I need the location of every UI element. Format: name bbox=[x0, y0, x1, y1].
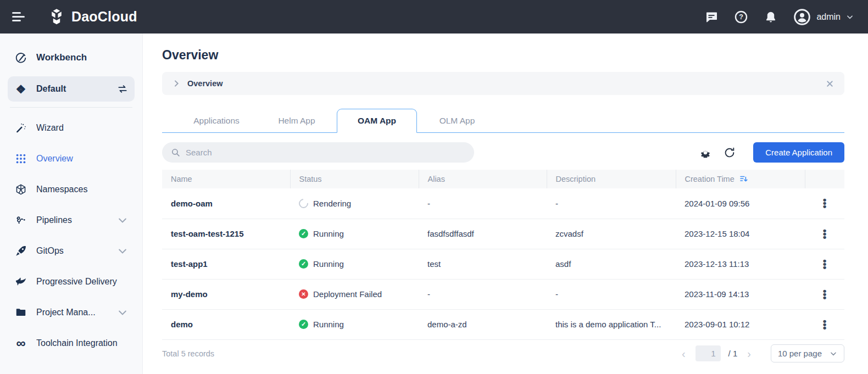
table-row: my-demoDeployment Failed--2023-11-09 14:… bbox=[162, 279, 844, 309]
status-error-icon bbox=[299, 289, 308, 299]
search-icon bbox=[171, 148, 180, 157]
chevron-down-icon[interactable] bbox=[117, 307, 128, 318]
applications-table: NameStatusAliasDescriptionCreation Time … bbox=[162, 170, 844, 340]
app-name-link[interactable]: demo-oam bbox=[162, 188, 290, 219]
status-badge: Deployment Failed bbox=[299, 289, 410, 299]
close-icon[interactable] bbox=[825, 79, 834, 88]
user-name: admin bbox=[816, 12, 841, 22]
status-label: Running bbox=[313, 229, 344, 238]
tab-helm-app[interactable]: Helm App bbox=[257, 109, 337, 133]
page-title: Overview bbox=[162, 48, 844, 63]
prev-page-icon[interactable]: ‹ bbox=[680, 348, 688, 359]
column-label: Creation Time bbox=[685, 175, 735, 183]
brand-logo[interactable]: DaoCloud bbox=[47, 8, 137, 26]
sidebar-item-label: Default bbox=[36, 84, 108, 94]
sidebar-item-overview[interactable]: Overview bbox=[8, 146, 135, 171]
tab-bar: ApplicationsHelm AppOAM AppOLM App bbox=[162, 108, 844, 133]
table-row: demoRunningdemo-a-zdthis is a demo appli… bbox=[162, 309, 844, 339]
daocloud-logo-icon bbox=[47, 8, 66, 26]
cube-icon bbox=[14, 183, 27, 196]
page-count: / 1 bbox=[728, 349, 738, 358]
app-name-link[interactable]: my-demo bbox=[162, 279, 290, 309]
tab-olm-app[interactable]: OLM App bbox=[417, 109, 497, 133]
table-row: test-app1Runningtestasdf2023-12-13 11:13… bbox=[162, 249, 844, 279]
chevron-down-icon[interactable] bbox=[117, 245, 128, 256]
sidebar-item-wizard[interactable]: Wizard bbox=[8, 115, 135, 141]
alias-cell: demo-a-zd bbox=[419, 309, 547, 339]
description-cell: - bbox=[547, 188, 676, 219]
infinity-icon: ∞ bbox=[14, 337, 27, 350]
rocket-icon bbox=[14, 244, 27, 258]
pipeline-icon bbox=[14, 214, 27, 227]
status-badge: Running bbox=[299, 320, 410, 329]
description-cell: this is a demo application T... bbox=[547, 309, 676, 339]
sidebar-item-label: GitOps bbox=[36, 246, 108, 256]
column-label: Name bbox=[171, 175, 192, 183]
alias-cell: - bbox=[419, 188, 547, 219]
message-icon[interactable] bbox=[704, 10, 719, 24]
sidebar-item-namespaces[interactable]: Namespaces bbox=[8, 177, 135, 202]
sidebar-item-gitops[interactable]: GitOps bbox=[8, 238, 135, 264]
sort-descending-icon[interactable] bbox=[739, 174, 749, 184]
status-label: Deployment Failed bbox=[313, 289, 382, 299]
menu-toggle-icon[interactable] bbox=[12, 10, 26, 24]
sidebar-item-label: Workbench bbox=[36, 52, 128, 63]
create-application-button[interactable]: Create Application bbox=[753, 142, 844, 163]
creation-time-cell: 2024-01-09 09:56 bbox=[676, 188, 805, 219]
table-footer: Total 5 records ‹ 1 / 1 › 10 per page bbox=[162, 340, 844, 367]
alias-cell: - bbox=[419, 279, 547, 309]
column-label: Status bbox=[299, 175, 322, 183]
alias-cell: test bbox=[419, 249, 547, 279]
current-page-input[interactable]: 1 bbox=[695, 345, 721, 361]
status-badge: Running bbox=[299, 259, 410, 269]
column-header-status: Status bbox=[290, 170, 419, 188]
grid-icon bbox=[14, 152, 27, 165]
sidebar-item-label: Overview bbox=[36, 154, 128, 164]
sidebar-item-workbench[interactable]: Workbench bbox=[8, 44, 135, 71]
per-page-value: 10 per page bbox=[778, 349, 822, 358]
app-name-link[interactable]: test-oam-test-1215 bbox=[162, 219, 290, 249]
sidebar-item-default-workspace[interactable]: ❖Default bbox=[8, 76, 135, 102]
column-header-alias: Alias bbox=[419, 170, 547, 188]
status-badge: Rendering bbox=[299, 199, 410, 208]
row-actions-kebab-icon[interactable]: ••• bbox=[814, 289, 836, 299]
per-page-select[interactable]: 10 per page bbox=[771, 344, 844, 362]
sidebar-item-project-management[interactable]: Project Mana... bbox=[8, 300, 135, 325]
next-page-icon[interactable]: › bbox=[745, 348, 753, 359]
column-header-creation-time[interactable]: Creation Time bbox=[676, 170, 805, 188]
app-name-link[interactable]: demo bbox=[162, 309, 290, 339]
chevron-down-icon[interactable] bbox=[117, 215, 128, 226]
row-actions-kebab-icon[interactable]: ••• bbox=[814, 320, 836, 330]
table-row: test-oam-test-1215Runningfasdfsdffasdfzc… bbox=[162, 219, 844, 249]
alias-cell: fasdfsdffasdf bbox=[419, 219, 547, 249]
wand-icon bbox=[14, 121, 27, 135]
help-icon[interactable]: ? bbox=[734, 10, 748, 24]
tab-oam-app[interactable]: OAM App bbox=[337, 109, 417, 133]
sidebar-item-toolchain-integration[interactable]: ∞Toolchain Integration bbox=[8, 331, 135, 356]
breadcrumb-item[interactable]: Overview bbox=[187, 79, 223, 88]
bell-icon[interactable] bbox=[764, 10, 778, 24]
search-input[interactable] bbox=[186, 148, 465, 157]
refresh-icon[interactable] bbox=[724, 147, 736, 159]
sidebar-item-progressive-delivery[interactable]: Progressive Delivery bbox=[8, 269, 135, 294]
chevron-down-icon bbox=[846, 13, 854, 21]
search-box bbox=[162, 142, 474, 163]
sidebar-item-label: Project Mana... bbox=[36, 308, 108, 317]
status-success-icon bbox=[299, 229, 308, 238]
swap-icon[interactable] bbox=[117, 83, 128, 94]
status-success-icon bbox=[299, 259, 308, 269]
column-header-name: Name bbox=[162, 170, 290, 188]
user-menu[interactable]: admin bbox=[793, 8, 854, 26]
sidebar-item-pipelines[interactable]: Pipelines bbox=[8, 208, 135, 233]
row-actions-kebab-icon[interactable]: ••• bbox=[814, 229, 836, 239]
app-name-link[interactable]: test-app1 bbox=[162, 249, 290, 279]
folder-icon bbox=[14, 306, 27, 319]
tab-applications[interactable]: Applications bbox=[176, 109, 257, 133]
row-actions-kebab-icon[interactable]: ••• bbox=[814, 198, 836, 208]
row-actions-kebab-icon[interactable]: ••• bbox=[814, 259, 836, 269]
status-loading-icon bbox=[297, 197, 310, 210]
sidebar-item-label: Toolchain Integration bbox=[36, 338, 128, 348]
topbar: DaoCloud ? admin bbox=[0, 0, 868, 34]
settings-gear-icon[interactable] bbox=[699, 147, 711, 159]
column-header-actions bbox=[805, 170, 844, 188]
